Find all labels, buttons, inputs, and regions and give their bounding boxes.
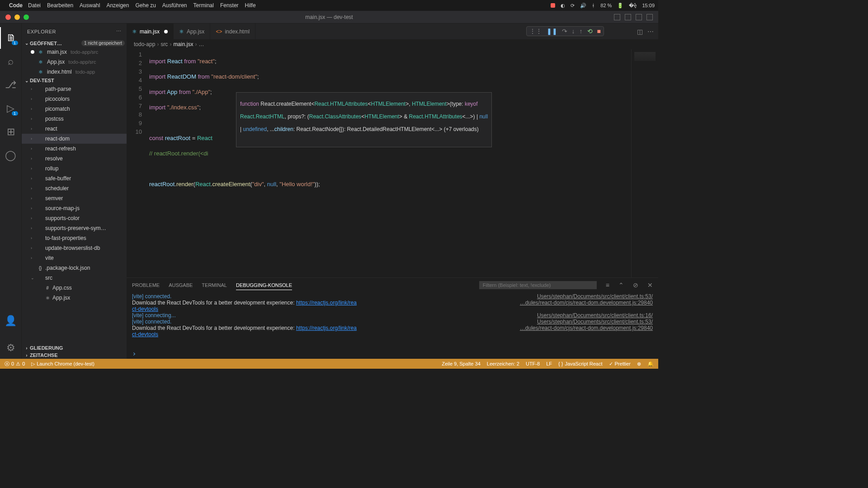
tree-item[interactable]: #App.css (22, 283, 127, 293)
search-tab[interactable]: ⌕ (0, 51, 22, 72)
tab-main[interactable]: ⚛ main.jsx (127, 23, 174, 39)
language-mode[interactable]: { } JavaScript React (558, 361, 603, 367)
menu-hilfe[interactable]: Hilfe (245, 2, 256, 9)
timeline-header[interactable]: › ZEITACHSE (22, 352, 127, 359)
menu-geheZu[interactable]: Gehe zu (135, 2, 156, 9)
tree-item[interactable]: ›path-parse (22, 84, 127, 94)
menu-terminal[interactable]: Terminal (193, 2, 214, 9)
workspace-header[interactable]: ⌄ DEV-TEST (22, 77, 127, 84)
crumb[interactable]: main.jsx (173, 41, 193, 47)
tree-item[interactable]: ›semver (22, 193, 127, 203)
status-bt-icon[interactable]: ᚼ (592, 3, 595, 8)
eol[interactable]: LF (546, 361, 552, 367)
drag-handle-icon[interactable]: ⋮⋮ (529, 28, 542, 35)
status-display-icon[interactable]: ⟳ (571, 3, 575, 9)
tree-item[interactable]: ›safe-buffer (22, 174, 127, 183)
restart-button[interactable]: ⟲ (587, 28, 593, 35)
toggle-secondary-icon[interactable] (636, 14, 642, 20)
extensions-tab[interactable]: ⊞ (0, 121, 22, 143)
tree-item[interactable]: ›picomatch (22, 104, 127, 114)
step-over-button[interactable]: ↷ (562, 28, 567, 35)
extra-tab[interactable]: ◯ (0, 145, 22, 166)
recording-icon[interactable] (551, 3, 555, 8)
close-window-button[interactable] (5, 14, 11, 20)
tree-item[interactable]: ›react-dom (22, 134, 127, 144)
menu-ausfuehren[interactable]: Ausführen (162, 2, 187, 9)
tree-item[interactable]: ›to-fast-properties (22, 233, 127, 243)
debug-toolbar[interactable]: ⋮⋮ ❚❚ ↷ ↓ ↑ ⟲ ■ (526, 26, 604, 36)
tab-terminal[interactable]: TERMINAL (202, 281, 227, 290)
status-vol-icon[interactable]: 🔊 (580, 3, 586, 9)
tree-item[interactable]: ›source-map-js (22, 203, 127, 213)
menu-anzeigen[interactable]: Anzeigen (106, 2, 129, 9)
console-prompt[interactable]: › (127, 348, 658, 359)
tab-app[interactable]: ⚛ App.jsx (174, 23, 210, 39)
tree-item[interactable]: ›resolve (22, 154, 127, 164)
filter-icon[interactable]: ≡ (606, 282, 609, 289)
open-editor-item[interactable]: ⚛App.jsxtodo-app/src (22, 57, 127, 67)
filter-input[interactable] (479, 281, 597, 289)
tree-item[interactable]: {}.package-lock.json (22, 263, 127, 273)
crumb[interactable]: src (160, 41, 168, 47)
minimap[interactable] (631, 49, 658, 277)
tab-probleme[interactable]: PROBLEME (132, 281, 160, 290)
menu-bearbeiten[interactable]: Bearbeiten (47, 2, 73, 9)
tree-item[interactable]: ›supports-preserve-sym… (22, 223, 127, 233)
outline-header[interactable]: › GLIEDERUNG (22, 344, 127, 352)
open-editor-item[interactable]: ⚛index.htmltodo-app (22, 67, 127, 77)
crumb[interactable]: todo-app (134, 41, 155, 47)
indent-info[interactable]: Leerzeichen: 2 (487, 361, 519, 367)
tree-item[interactable]: ⚛App.jsx (22, 293, 127, 303)
open-editors-header[interactable]: ⌄ GEÖFFNET… 1 nicht gespeichert (22, 39, 127, 47)
step-into-button[interactable]: ↓ (572, 28, 575, 35)
more-actions-icon[interactable]: ⋯ (647, 28, 654, 35)
tree-item[interactable]: ›vite (22, 253, 127, 263)
menu-datei[interactable]: Datei (28, 2, 41, 9)
cursor-position[interactable]: Zeile 9, Spalte 34 (442, 361, 481, 367)
clock[interactable]: 15:09 (642, 3, 655, 8)
explorer-tab[interactable]: 🗎 1 (0, 27, 22, 49)
customize-layout-icon[interactable] (646, 14, 653, 20)
encoding[interactable]: UTF-8 (526, 361, 540, 367)
debug-tab[interactable]: ▷ 1 (0, 98, 22, 119)
tree-item[interactable]: ›scheduler (22, 183, 127, 193)
clear-icon[interactable]: ⊘ (633, 282, 638, 289)
close-panel-icon[interactable]: ✕ (647, 282, 653, 289)
accounts-tab[interactable]: 👤 (0, 310, 22, 332)
wifi-icon[interactable]: �ęໍ (629, 3, 637, 9)
battery-icon[interactable]: 🔋 (617, 3, 623, 9)
collapse-icon[interactable]: ⌃ (618, 282, 624, 289)
prettier-status[interactable]: ✓ Prettier (609, 361, 631, 367)
tree-item[interactable]: ›react (22, 124, 127, 134)
tab-ausgabe[interactable]: AUSGABE (169, 281, 193, 290)
settings-tab[interactable]: ⚙ (0, 337, 22, 359)
crumb[interactable]: … (198, 41, 204, 47)
split-editor-icon[interactable]: ◫ (637, 28, 643, 35)
scm-tab[interactable]: ⎇ (0, 74, 22, 96)
tree-item[interactable]: ›rollup (22, 164, 127, 174)
status-cloud-icon[interactable]: ◐ (561, 3, 565, 9)
bell-icon[interactable]: 🔔 (647, 361, 654, 367)
feedback-icon[interactable]: ⊕ (637, 361, 641, 367)
menu-fenster[interactable]: Fenster (220, 2, 239, 9)
breadcrumb[interactable]: todo-app› src› main.jsx› … (127, 39, 658, 49)
menu-auswahl[interactable]: Auswahl (80, 2, 100, 9)
tree-item[interactable]: ›update-browserslist-db (22, 243, 127, 253)
code-editor[interactable]: 12345678910 import React from "react"; i… (127, 49, 658, 277)
sidebar-more-icon[interactable]: ⋯ (116, 28, 122, 34)
tree-item[interactable]: ⌄src (22, 273, 127, 283)
pause-button[interactable]: ❚❚ (547, 28, 557, 35)
open-editor-item[interactable]: ⚛main.jsxtodo-app/src (22, 47, 127, 57)
tree-item[interactable]: ›supports-color (22, 213, 127, 223)
tab-debug-konsole[interactable]: DEBUGGING-KONSOLE (236, 281, 292, 290)
toggle-sidebar-icon[interactable] (614, 14, 620, 20)
zoom-window-button[interactable] (24, 14, 29, 20)
tree-item[interactable]: ›postcss (22, 114, 127, 124)
minimize-window-button[interactable] (14, 14, 20, 20)
tree-item[interactable]: ›react-refresh (22, 144, 127, 154)
battery-text[interactable]: 82 % (600, 3, 612, 8)
tab-index[interactable]: <> index.html (210, 23, 255, 39)
errors-count[interactable]: ⓧ 0 ⚠ 0 (5, 361, 25, 367)
code-content[interactable]: import React from "react"; import ReactD… (149, 49, 631, 277)
stop-button[interactable]: ■ (597, 28, 601, 35)
